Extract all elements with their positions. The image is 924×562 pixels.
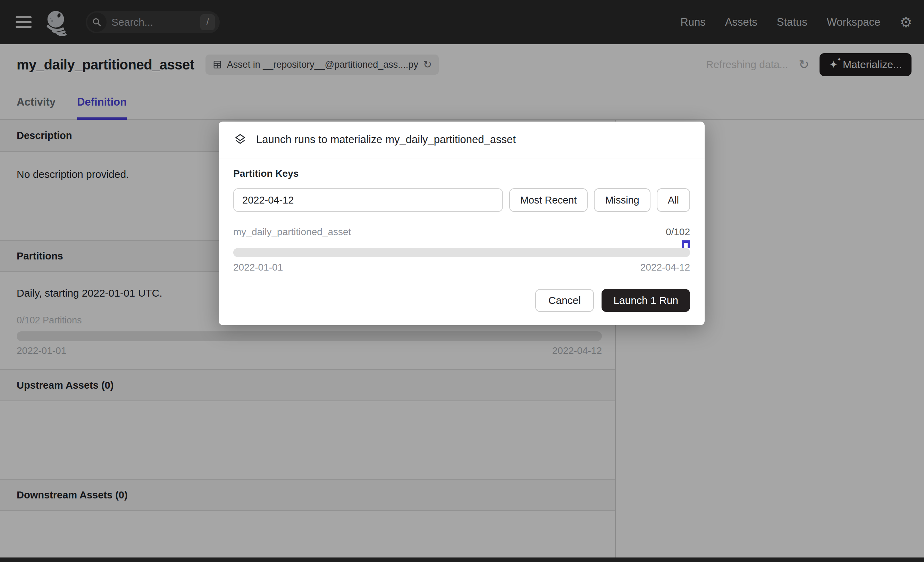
asset-layers-icon — [233, 133, 247, 147]
dialog-body: Partition Keys Most Recent Missing All m… — [219, 158, 705, 273]
all-button[interactable]: All — [657, 188, 690, 212]
dialog-range-end: 2022-04-12 — [640, 262, 690, 273]
selection-marker-row — [233, 237, 690, 248]
missing-button[interactable]: Missing — [594, 188, 650, 212]
launch-runs-dialog: Launch runs to materialize my_daily_part… — [219, 122, 705, 325]
dialog-progress-bar — [233, 248, 690, 257]
asset-name: my_daily_partitioned_asset — [233, 227, 351, 237]
partition-keys-row: Most Recent Missing All — [233, 188, 690, 212]
dialog-header: Launch runs to materialize my_daily_part… — [219, 122, 705, 158]
dialog-title: Launch runs to materialize my_daily_part… — [256, 134, 516, 146]
partition-keys-label: Partition Keys — [233, 168, 690, 179]
asset-partition-count: 0/102 — [666, 227, 690, 237]
asset-partition-summary: my_daily_partitioned_asset 0/102 — [233, 227, 690, 237]
selected-partition-marker — [682, 240, 690, 248]
launch-run-button[interactable]: Launch 1 Run — [602, 289, 690, 312]
dialog-footer: Cancel Launch 1 Run — [219, 273, 705, 325]
cancel-button[interactable]: Cancel — [535, 289, 594, 312]
dialog-range-start: 2022-01-01 — [233, 262, 283, 273]
most-recent-button[interactable]: Most Recent — [509, 188, 588, 212]
partition-key-input[interactable] — [233, 188, 503, 212]
